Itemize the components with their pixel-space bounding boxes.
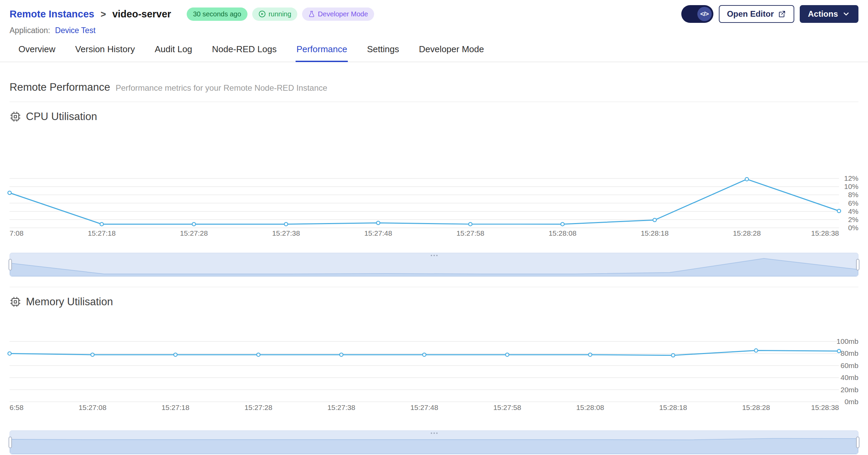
svg-text:15:27:58: 15:27:58: [456, 229, 484, 237]
memory-brush[interactable]: [10, 430, 858, 454]
chevron-down-icon: [842, 10, 850, 18]
svg-text:60mb: 60mb: [840, 362, 858, 369]
brush-handle-left[interactable]: [9, 437, 12, 448]
svg-text:100mb: 100mb: [837, 337, 858, 345]
status-label: running: [269, 10, 291, 18]
svg-text:15:27:38: 15:27:38: [272, 229, 300, 237]
svg-text:15:28:38: 15:28:38: [811, 229, 839, 237]
svg-text:15:28:38: 15:28:38: [811, 403, 839, 411]
svg-text:15:28:18: 15:28:18: [659, 403, 687, 411]
tab-settings[interactable]: Settings: [366, 39, 400, 62]
svg-text:6:58: 6:58: [10, 403, 24, 411]
svg-text:20mb: 20mb: [840, 386, 858, 394]
main-content: Remote Performance Performance metrics f…: [0, 81, 868, 454]
cpu-brush-area: [10, 253, 858, 276]
cpu-chart-title-row: CPU Utilisation: [10, 109, 858, 124]
svg-text:80mb: 80mb: [840, 349, 858, 357]
cpu-chip-icon: [10, 111, 21, 122]
svg-text:15:27:48: 15:27:48: [410, 403, 438, 411]
memory-utilisation-section: Memory Utilisation 0mb20mb40mb60mb80mb10…: [10, 287, 858, 454]
brush-handle-right[interactable]: [856, 259, 859, 270]
brush-grip[interactable]: [431, 255, 438, 256]
page-header: Remote Instances > video-server 30 secon…: [0, 0, 868, 35]
breadcrumb-separator: >: [101, 9, 106, 19]
tab-overview[interactable]: Overview: [18, 39, 56, 62]
actions-label: Actions: [808, 9, 838, 19]
tab-bar: Overview Version History Audit Log Node-…: [0, 39, 868, 62]
svg-text:15:27:48: 15:27:48: [364, 229, 392, 237]
status-badge: running: [252, 8, 298, 21]
svg-text:15:27:28: 15:27:28: [244, 403, 272, 411]
svg-text:0%: 0%: [848, 224, 858, 232]
tab-version-history[interactable]: Version History: [74, 39, 136, 62]
brush-handle-left[interactable]: [9, 259, 12, 270]
svg-text:12%: 12%: [844, 174, 858, 182]
cpu-chart-canvas[interactable]: 0%2%4%6%8%10%12%7:0815:27:1815:27:2815:2…: [10, 124, 858, 237]
svg-text:15:27:18: 15:27:18: [88, 229, 116, 237]
header-toolbar: </> Open Editor Actions: [681, 5, 858, 23]
tab-audit-log[interactable]: Audit Log: [154, 39, 193, 62]
tab-node-red-logs[interactable]: Node-RED Logs: [211, 39, 277, 62]
svg-text:8%: 8%: [848, 191, 858, 199]
memory-chart-title-row: Memory Utilisation: [10, 295, 858, 309]
section-header: Remote Performance Performance metrics f…: [10, 81, 858, 102]
cpu-chart-title: CPU Utilisation: [26, 111, 97, 123]
developer-mode-label: Developer Mode: [318, 10, 368, 18]
breadcrumb-current-instance: video-server: [112, 9, 171, 19]
svg-text:7:08: 7:08: [10, 229, 24, 237]
tab-developer-mode[interactable]: Developer Mode: [418, 39, 485, 62]
svg-text:40mb: 40mb: [840, 373, 858, 381]
brush-grip[interactable]: [431, 432, 438, 434]
svg-text:4%: 4%: [848, 207, 858, 215]
developer-mode-toggle[interactable]: </>: [681, 5, 713, 23]
svg-text:15:27:18: 15:27:18: [161, 403, 189, 411]
developer-mode-badge: Developer Mode: [302, 8, 374, 21]
memory-chip-icon: [10, 296, 21, 308]
memory-brush-area: [10, 431, 858, 454]
svg-text:15:28:08: 15:28:08: [576, 403, 604, 411]
badge-group: 30 seconds ago running Developer Mode: [187, 8, 374, 21]
last-updated-badge: 30 seconds ago: [187, 8, 247, 21]
play-circle-icon: [258, 10, 266, 18]
svg-text:15:28:08: 15:28:08: [549, 229, 577, 237]
svg-text:10%: 10%: [844, 182, 858, 190]
page-subtitle: Performance metrics for your Remote Node…: [116, 83, 327, 93]
svg-text:15:27:38: 15:27:38: [327, 403, 355, 411]
page-title: Remote Performance: [10, 81, 110, 93]
open-editor-label: Open Editor: [727, 9, 774, 19]
memory-chart-canvas[interactable]: 0mb20mb40mb60mb80mb100mb6:5815:27:0815:2…: [10, 309, 858, 415]
cpu-brush[interactable]: [10, 253, 858, 277]
application-link[interactable]: Device Test: [55, 26, 95, 35]
brush-handle-right[interactable]: [856, 437, 859, 448]
tab-performance[interactable]: Performance: [296, 39, 348, 62]
svg-text:0mb: 0mb: [844, 398, 858, 406]
svg-text:15:27:08: 15:27:08: [79, 403, 106, 411]
memory-chart-title: Memory Utilisation: [26, 296, 113, 308]
application-label: Application:: [10, 26, 50, 35]
svg-text:15:28:18: 15:28:18: [641, 229, 669, 237]
cpu-utilisation-section: CPU Utilisation 0%2%4%6%8%10%12%7:0815:2…: [10, 109, 858, 277]
svg-text:6%: 6%: [848, 199, 858, 207]
svg-text:2%: 2%: [848, 216, 858, 223]
application-row: Application: Device Test: [10, 26, 858, 35]
svg-text:15:28:28: 15:28:28: [742, 403, 770, 411]
code-icon: </>: [700, 10, 708, 18]
breadcrumb-link-remote-instances[interactable]: Remote Instances: [10, 9, 94, 19]
breadcrumb: Remote Instances > video-server: [10, 9, 171, 20]
svg-text:15:27:58: 15:27:58: [493, 403, 521, 411]
svg-text:15:28:28: 15:28:28: [733, 229, 761, 237]
actions-button[interactable]: Actions: [800, 5, 858, 23]
flask-icon: [308, 11, 315, 17]
toggle-knob: </>: [697, 7, 712, 21]
open-editor-button[interactable]: Open Editor: [719, 5, 794, 23]
last-updated-label: 30 seconds ago: [193, 10, 241, 18]
external-link-icon: [778, 10, 786, 18]
svg-text:15:27:28: 15:27:28: [180, 229, 208, 237]
